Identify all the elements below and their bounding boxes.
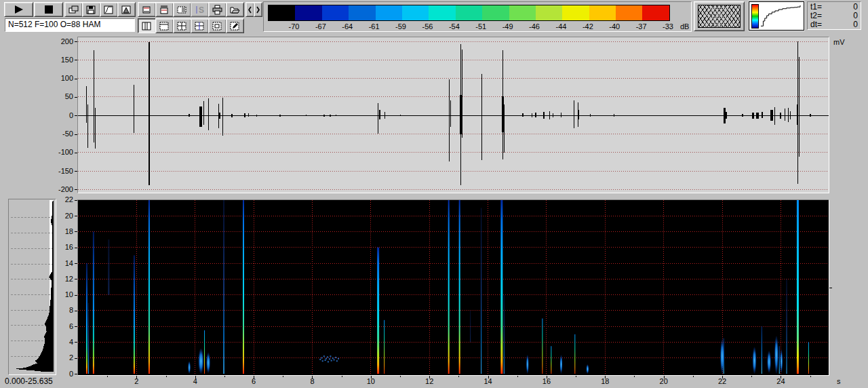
colorbar-cell: [295, 5, 321, 20]
spectrogram-ytick-label: 22: [57, 195, 73, 203]
s-disabled-icon: S: [194, 5, 205, 15]
colorbar-cell: [402, 5, 429, 20]
next-button[interactable]: [254, 2, 262, 17]
layout-quad-button[interactable]: [173, 18, 191, 33]
stop-button[interactable]: [34, 2, 63, 17]
display-box-icon: [141, 5, 153, 15]
waveform-ytick-label: -200: [46, 185, 73, 193]
layout-inner-icon: [212, 21, 223, 31]
colorbar-strip: [268, 5, 670, 21]
crosshatch-pattern-button[interactable]: [694, 1, 745, 31]
time-panel-row: dt=0: [810, 20, 858, 29]
spectrogram-ytick-label: 16: [57, 243, 73, 251]
colorbar-cell: [509, 5, 536, 20]
s-disabled-button[interactable]: S: [191, 2, 209, 17]
time-value: 0: [853, 20, 858, 29]
time-unit-label: s: [837, 377, 841, 385]
fft-comb-button[interactable]: [155, 2, 174, 17]
average-spectrum-canvas: [9, 199, 54, 373]
waveform-unit-label: mV: [833, 38, 845, 46]
crosshatch-icon: [698, 5, 741, 28]
spectrogram-ytick-label: 2: [57, 353, 73, 362]
colorbar-cell: [429, 5, 455, 20]
colorbar-cell: [456, 5, 482, 20]
layout-quad-cursor-button[interactable]: [191, 18, 209, 33]
colorbar-tick-label: -51: [475, 22, 486, 31]
colorbar-cell: [269, 5, 295, 20]
print-button[interactable]: [208, 2, 226, 17]
spectrogram-ytick-label: 0: [57, 370, 73, 378]
average-spectrum-panel: [8, 199, 56, 375]
spectrogram-plot[interactable]: [77, 199, 829, 376]
spectrogram-ytick-label: 12: [57, 275, 73, 283]
waveform-ytick-label: 100: [46, 74, 73, 82]
layout-quad-icon: [176, 21, 188, 31]
time-range-label: 0.000-25.635: [5, 376, 53, 386]
waveform-ytick-label: 200: [46, 37, 73, 45]
colorbar-cell: [562, 5, 589, 20]
waveform-ytick-label: 50: [46, 92, 73, 100]
print-icon: [212, 5, 223, 15]
gain-curve-icon: [103, 5, 115, 15]
colorbar-tick-label: -46: [529, 22, 540, 31]
colorbar-tick-label: -61: [369, 22, 380, 31]
edit-button[interactable]: [226, 18, 244, 33]
colorbar-tick-label: -59: [395, 22, 406, 31]
layout-top-button[interactable]: [155, 18, 174, 33]
palette-box-button[interactable]: [173, 2, 191, 17]
time-cursor-panel: t1=0t2=0dt=0: [807, 1, 861, 30]
play-button[interactable]: [4, 2, 33, 17]
display-box-button[interactable]: [138, 2, 156, 17]
palette-strip-icon: [751, 4, 759, 28]
colorbar-tick-label: -44: [555, 22, 566, 31]
layout-vertical-button[interactable]: [138, 18, 156, 33]
copy-icon: [68, 5, 79, 15]
window-function-button[interactable]: [117, 2, 136, 17]
palette-box-icon: [176, 5, 188, 15]
time-label: dt=: [810, 20, 822, 29]
spectrogram-ytick-label: 14: [57, 259, 73, 267]
colorbar-cell: [376, 5, 402, 20]
spectrogram-ytick-label: 20: [57, 212, 73, 220]
colorbar-cell: [536, 5, 562, 20]
colorbar-cell: [482, 5, 509, 20]
stop-icon: [41, 4, 57, 15]
waveform-ytick-label: 150: [46, 56, 73, 64]
colorbar-tick-label: -40: [609, 22, 620, 31]
open-button[interactable]: [226, 2, 244, 17]
layout-inner-button[interactable]: [208, 18, 226, 33]
transfer-curve-plot: [760, 3, 802, 28]
play-icon: [11, 4, 27, 15]
layout-quad-cursor-icon: [194, 21, 205, 31]
colorbar-tick-label: -64: [342, 22, 353, 31]
transfer-curve-display[interactable]: [749, 1, 804, 31]
waveform-ytick-label: -50: [46, 130, 73, 138]
spectrogram-ytick-label: 18: [57, 227, 73, 235]
window-function-icon: [121, 5, 132, 15]
colorbar-tick-label: -54: [449, 22, 460, 31]
prev-icon: [247, 5, 253, 15]
next-icon: [255, 5, 261, 15]
colorbar-tick-label: -49: [502, 22, 513, 31]
colorbar-panel: -70-67-64-61-59-56-54-51-49-46-44-42-40-…: [263, 1, 692, 32]
waveform-ytick-label: -100: [46, 148, 73, 156]
svg-text:S: S: [199, 5, 204, 15]
db-unit-label: dB: [680, 22, 689, 31]
copy-button[interactable]: [64, 2, 83, 17]
gain-curve-button[interactable]: [100, 2, 118, 17]
colorbar-cell: [349, 5, 375, 20]
colorbar-tick-label: -56: [422, 22, 433, 31]
waveform-ytick-label: 0: [46, 111, 73, 119]
fft-settings-field[interactable]: N=512 F=100 O=88 HAM: [5, 18, 135, 32]
colorbar-tick-label: -67: [315, 22, 326, 31]
colorbar-cell: [642, 5, 669, 20]
edit-icon: [229, 21, 241, 31]
spectrogram-canvas: [78, 200, 829, 375]
colorbar-tick-label: -33: [663, 22, 673, 31]
spectrogram-ytick-label: 10: [57, 290, 73, 298]
spectrogram-ytick-label: 6: [57, 322, 73, 330]
colorbar-tick-label: -70: [288, 22, 299, 31]
save-button[interactable]: [82, 2, 100, 17]
colorbar-tick-label: -42: [583, 22, 593, 31]
waveform-plot[interactable]: [77, 37, 829, 193]
